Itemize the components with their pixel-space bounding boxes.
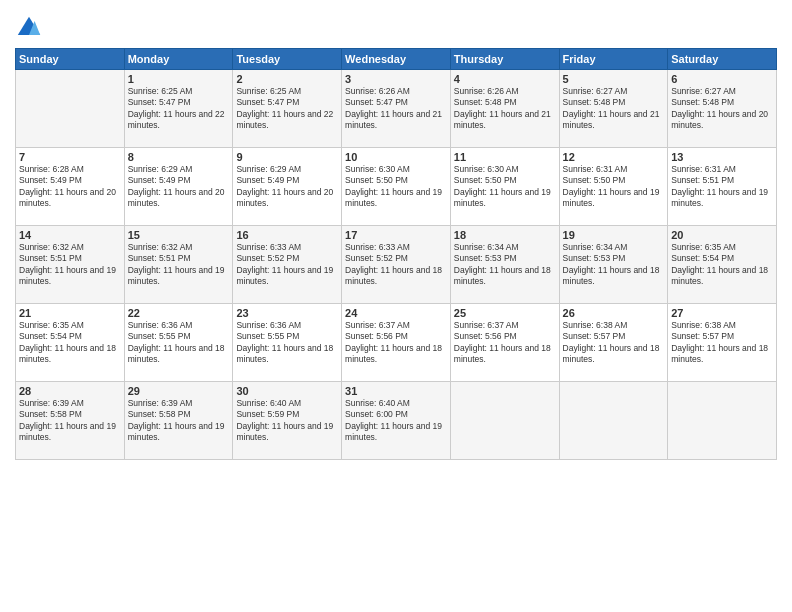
calendar-cell: 15Sunrise: 6:32 AMSunset: 5:51 PMDayligh… [124, 226, 233, 304]
cell-info: Sunrise: 6:39 AMSunset: 5:58 PMDaylight:… [19, 398, 121, 444]
day-number: 24 [345, 307, 447, 319]
calendar-cell: 10Sunrise: 6:30 AMSunset: 5:50 PMDayligh… [342, 148, 451, 226]
day-number: 6 [671, 73, 773, 85]
calendar-cell: 18Sunrise: 6:34 AMSunset: 5:53 PMDayligh… [450, 226, 559, 304]
calendar-cell: 19Sunrise: 6:34 AMSunset: 5:53 PMDayligh… [559, 226, 668, 304]
calendar-cell: 31Sunrise: 6:40 AMSunset: 6:00 PMDayligh… [342, 382, 451, 460]
header-cell-monday: Monday [124, 49, 233, 70]
header-cell-saturday: Saturday [668, 49, 777, 70]
day-number: 15 [128, 229, 230, 241]
cell-info: Sunrise: 6:32 AMSunset: 5:51 PMDaylight:… [128, 242, 230, 288]
calendar-cell: 8Sunrise: 6:29 AMSunset: 5:49 PMDaylight… [124, 148, 233, 226]
cell-info: Sunrise: 6:35 AMSunset: 5:54 PMDaylight:… [19, 320, 121, 366]
calendar-header: SundayMondayTuesdayWednesdayThursdayFrid… [16, 49, 777, 70]
cell-info: Sunrise: 6:34 AMSunset: 5:53 PMDaylight:… [563, 242, 665, 288]
logo-icon [15, 14, 43, 42]
header-row: SundayMondayTuesdayWednesdayThursdayFrid… [16, 49, 777, 70]
day-number: 10 [345, 151, 447, 163]
day-number: 28 [19, 385, 121, 397]
calendar-cell: 9Sunrise: 6:29 AMSunset: 5:49 PMDaylight… [233, 148, 342, 226]
calendar-cell: 30Sunrise: 6:40 AMSunset: 5:59 PMDayligh… [233, 382, 342, 460]
cell-info: Sunrise: 6:37 AMSunset: 5:56 PMDaylight:… [345, 320, 447, 366]
calendar-cell [559, 382, 668, 460]
calendar-cell: 3Sunrise: 6:26 AMSunset: 5:47 PMDaylight… [342, 70, 451, 148]
calendar-cell: 29Sunrise: 6:39 AMSunset: 5:58 PMDayligh… [124, 382, 233, 460]
day-number: 9 [236, 151, 338, 163]
day-number: 20 [671, 229, 773, 241]
day-number: 4 [454, 73, 556, 85]
week-row-0: 1Sunrise: 6:25 AMSunset: 5:47 PMDaylight… [16, 70, 777, 148]
day-number: 5 [563, 73, 665, 85]
week-row-4: 28Sunrise: 6:39 AMSunset: 5:58 PMDayligh… [16, 382, 777, 460]
day-number: 19 [563, 229, 665, 241]
day-number: 17 [345, 229, 447, 241]
header-cell-wednesday: Wednesday [342, 49, 451, 70]
cell-info: Sunrise: 6:28 AMSunset: 5:49 PMDaylight:… [19, 164, 121, 210]
day-number: 2 [236, 73, 338, 85]
cell-info: Sunrise: 6:32 AMSunset: 5:51 PMDaylight:… [19, 242, 121, 288]
header-cell-sunday: Sunday [16, 49, 125, 70]
header-cell-tuesday: Tuesday [233, 49, 342, 70]
cell-info: Sunrise: 6:26 AMSunset: 5:47 PMDaylight:… [345, 86, 447, 132]
header-cell-friday: Friday [559, 49, 668, 70]
calendar-table: SundayMondayTuesdayWednesdayThursdayFrid… [15, 48, 777, 460]
logo [15, 14, 45, 42]
calendar-cell: 6Sunrise: 6:27 AMSunset: 5:48 PMDaylight… [668, 70, 777, 148]
day-number: 12 [563, 151, 665, 163]
cell-info: Sunrise: 6:29 AMSunset: 5:49 PMDaylight:… [128, 164, 230, 210]
calendar-cell: 2Sunrise: 6:25 AMSunset: 5:47 PMDaylight… [233, 70, 342, 148]
calendar-cell: 12Sunrise: 6:31 AMSunset: 5:50 PMDayligh… [559, 148, 668, 226]
cell-info: Sunrise: 6:37 AMSunset: 5:56 PMDaylight:… [454, 320, 556, 366]
day-number: 16 [236, 229, 338, 241]
calendar-cell: 20Sunrise: 6:35 AMSunset: 5:54 PMDayligh… [668, 226, 777, 304]
day-number: 22 [128, 307, 230, 319]
day-number: 18 [454, 229, 556, 241]
day-number: 1 [128, 73, 230, 85]
calendar-cell: 23Sunrise: 6:36 AMSunset: 5:55 PMDayligh… [233, 304, 342, 382]
cell-info: Sunrise: 6:25 AMSunset: 5:47 PMDaylight:… [236, 86, 338, 132]
day-number: 7 [19, 151, 121, 163]
day-number: 26 [563, 307, 665, 319]
calendar-cell [16, 70, 125, 148]
day-number: 3 [345, 73, 447, 85]
cell-info: Sunrise: 6:31 AMSunset: 5:50 PMDaylight:… [563, 164, 665, 210]
day-number: 30 [236, 385, 338, 397]
day-number: 14 [19, 229, 121, 241]
calendar-cell [450, 382, 559, 460]
day-number: 31 [345, 385, 447, 397]
cell-info: Sunrise: 6:38 AMSunset: 5:57 PMDaylight:… [563, 320, 665, 366]
week-row-2: 14Sunrise: 6:32 AMSunset: 5:51 PMDayligh… [16, 226, 777, 304]
calendar-cell: 4Sunrise: 6:26 AMSunset: 5:48 PMDaylight… [450, 70, 559, 148]
cell-info: Sunrise: 6:30 AMSunset: 5:50 PMDaylight:… [454, 164, 556, 210]
calendar-cell: 26Sunrise: 6:38 AMSunset: 5:57 PMDayligh… [559, 304, 668, 382]
cell-info: Sunrise: 6:34 AMSunset: 5:53 PMDaylight:… [454, 242, 556, 288]
day-number: 11 [454, 151, 556, 163]
calendar-cell: 28Sunrise: 6:39 AMSunset: 5:58 PMDayligh… [16, 382, 125, 460]
calendar-cell [668, 382, 777, 460]
cell-info: Sunrise: 6:26 AMSunset: 5:48 PMDaylight:… [454, 86, 556, 132]
day-number: 13 [671, 151, 773, 163]
cell-info: Sunrise: 6:36 AMSunset: 5:55 PMDaylight:… [128, 320, 230, 366]
cell-info: Sunrise: 6:40 AMSunset: 5:59 PMDaylight:… [236, 398, 338, 444]
calendar-cell: 25Sunrise: 6:37 AMSunset: 5:56 PMDayligh… [450, 304, 559, 382]
cell-info: Sunrise: 6:39 AMSunset: 5:58 PMDaylight:… [128, 398, 230, 444]
calendar-cell: 17Sunrise: 6:33 AMSunset: 5:52 PMDayligh… [342, 226, 451, 304]
calendar-cell: 16Sunrise: 6:33 AMSunset: 5:52 PMDayligh… [233, 226, 342, 304]
day-number: 23 [236, 307, 338, 319]
cell-info: Sunrise: 6:33 AMSunset: 5:52 PMDaylight:… [345, 242, 447, 288]
day-number: 27 [671, 307, 773, 319]
day-number: 8 [128, 151, 230, 163]
day-number: 29 [128, 385, 230, 397]
calendar-cell: 22Sunrise: 6:36 AMSunset: 5:55 PMDayligh… [124, 304, 233, 382]
cell-info: Sunrise: 6:35 AMSunset: 5:54 PMDaylight:… [671, 242, 773, 288]
cell-info: Sunrise: 6:40 AMSunset: 6:00 PMDaylight:… [345, 398, 447, 444]
calendar-cell: 27Sunrise: 6:38 AMSunset: 5:57 PMDayligh… [668, 304, 777, 382]
cell-info: Sunrise: 6:31 AMSunset: 5:51 PMDaylight:… [671, 164, 773, 210]
cell-info: Sunrise: 6:36 AMSunset: 5:55 PMDaylight:… [236, 320, 338, 366]
week-row-1: 7Sunrise: 6:28 AMSunset: 5:49 PMDaylight… [16, 148, 777, 226]
calendar-cell: 14Sunrise: 6:32 AMSunset: 5:51 PMDayligh… [16, 226, 125, 304]
calendar-cell: 1Sunrise: 6:25 AMSunset: 5:47 PMDaylight… [124, 70, 233, 148]
calendar-cell: 5Sunrise: 6:27 AMSunset: 5:48 PMDaylight… [559, 70, 668, 148]
cell-info: Sunrise: 6:25 AMSunset: 5:47 PMDaylight:… [128, 86, 230, 132]
page: SundayMondayTuesdayWednesdayThursdayFrid… [0, 0, 792, 612]
